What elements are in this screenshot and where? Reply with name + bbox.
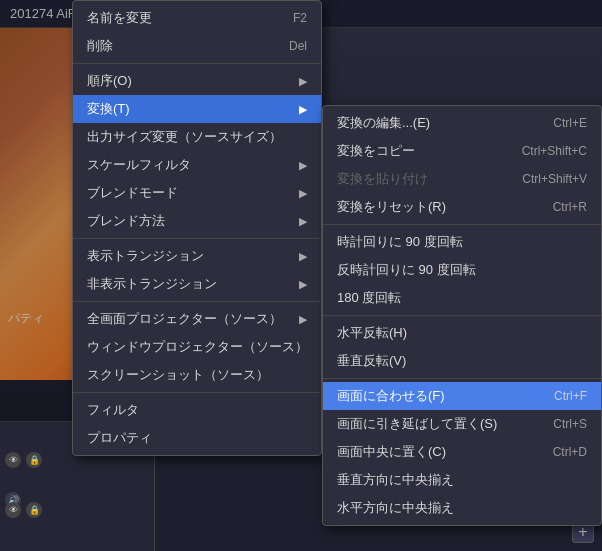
menu-item-rotate-ccw90[interactable]: 反時計回りに 90 度回転	[323, 256, 601, 284]
menu-item-scale-filter[interactable]: スケールフィルタ ▶	[73, 151, 321, 179]
menu-item-screenshot[interactable]: スクリーンショット（ソース）	[73, 361, 321, 389]
menu-item-reset-transform-label: 変換をリセット(R)	[337, 198, 446, 216]
menu-item-delete-label: 削除	[87, 37, 113, 55]
menu-item-transform-arrow: ▶	[299, 103, 307, 116]
menu-item-reset-transform[interactable]: 変換をリセット(R) Ctrl+R	[323, 193, 601, 221]
context-menu-level2: 変換の編集...(E) Ctrl+E 変換をコピー Ctrl+Shift+C 変…	[322, 105, 602, 526]
menu-item-center-horizontal-label: 水平方向に中央揃え	[337, 499, 454, 517]
menu-item-output-size[interactable]: 出力サイズ変更（ソースサイズ）	[73, 123, 321, 151]
menu-item-center-vertical-label: 垂直方向に中央揃え	[337, 471, 454, 489]
menu-item-rename-label: 名前を変更	[87, 9, 152, 27]
menu-item-stretch-to-screen-label: 画面に引き延ばして置く(S)	[337, 415, 497, 433]
menu-item-scale-filter-arrow: ▶	[299, 159, 307, 172]
menu-item-paste-transform: 変換を貼り付け Ctrl+Shift+V	[323, 165, 601, 193]
menu-item-edit-transform-label: 変換の編集...(E)	[337, 114, 430, 132]
menu-item-rotate-cw90[interactable]: 時計回りに 90 度回転	[323, 228, 601, 256]
menu-item-blend-mode[interactable]: ブレンドモード ▶	[73, 179, 321, 207]
separator-l2-2	[323, 315, 601, 316]
menu-item-fit-to-screen-label: 画面に合わせる(F)	[337, 387, 445, 405]
track1-lock-icon[interactable]: 🔒	[26, 452, 42, 468]
context-menu-level1: 名前を変更 F2 削除 Del 順序(O) ▶ 変換(T) ▶ 出力サイズ変更（…	[72, 0, 322, 456]
menu-item-transform[interactable]: 変換(T) ▶	[73, 95, 321, 123]
menu-item-delete-shortcut: Del	[289, 39, 307, 53]
menu-item-transform-label: 変換(T)	[87, 100, 130, 118]
menu-item-window-projector-label: ウィンドウプロジェクター（ソース）	[87, 338, 308, 356]
menu-item-blend-mode-arrow: ▶	[299, 187, 307, 200]
menu-item-center-vertical[interactable]: 垂直方向に中央揃え	[323, 466, 601, 494]
menu-item-properties[interactable]: プロパティ	[73, 424, 321, 452]
menu-item-edit-transform[interactable]: 変換の編集...(E) Ctrl+E	[323, 109, 601, 137]
menu-item-flip-h[interactable]: 水平反転(H)	[323, 319, 601, 347]
separator-l2-1	[323, 224, 601, 225]
menu-item-blend-method-label: ブレンド方法	[87, 212, 165, 230]
track2-lock-icon[interactable]: 🔒	[26, 502, 42, 518]
menu-item-rotate-ccw90-label: 反時計回りに 90 度回転	[337, 261, 476, 279]
menu-item-paste-transform-shortcut: Ctrl+Shift+V	[522, 172, 587, 186]
menu-item-center-on-screen-label: 画面中央に置く(C)	[337, 443, 446, 461]
app-title: 201274 AiR	[10, 6, 77, 21]
menu-item-stretch-to-screen-shortcut: Ctrl+S	[553, 417, 587, 431]
menu-item-fullscreen-label: 全画面プロジェクター（ソース）	[87, 310, 282, 328]
separator-2	[73, 238, 321, 239]
menu-item-flip-v-label: 垂直反転(V)	[337, 352, 406, 370]
menu-item-scale-filter-label: スケールフィルタ	[87, 156, 191, 174]
menu-item-order[interactable]: 順序(O) ▶	[73, 67, 321, 95]
menu-item-show-transition-label: 表示トランジション	[87, 247, 204, 265]
menu-item-filter[interactable]: フィルタ	[73, 396, 321, 424]
menu-item-blend-method-arrow: ▶	[299, 215, 307, 228]
menu-item-fullscreen-arrow: ▶	[299, 313, 307, 326]
separator-1	[73, 63, 321, 64]
menu-item-rotate-180[interactable]: 180 度回転	[323, 284, 601, 312]
menu-item-rotate-180-label: 180 度回転	[337, 289, 401, 307]
menu-item-order-arrow: ▶	[299, 75, 307, 88]
menu-item-fullscreen[interactable]: 全画面プロジェクター（ソース） ▶	[73, 305, 321, 333]
menu-item-delete[interactable]: 削除 Del	[73, 32, 321, 60]
menu-item-paste-transform-label: 変換を貼り付け	[337, 170, 428, 188]
menu-item-order-label: 順序(O)	[87, 72, 132, 90]
menu-item-hide-transition[interactable]: 非表示トランジション ▶	[73, 270, 321, 298]
menu-item-center-on-screen-shortcut: Ctrl+D	[553, 445, 587, 459]
menu-item-copy-transform[interactable]: 変換をコピー Ctrl+Shift+C	[323, 137, 601, 165]
menu-item-copy-transform-label: 変換をコピー	[337, 142, 415, 160]
properties-panel-label: パティ	[8, 310, 44, 327]
menu-item-copy-transform-shortcut: Ctrl+Shift+C	[522, 144, 587, 158]
menu-item-stretch-to-screen[interactable]: 画面に引き延ばして置く(S) Ctrl+S	[323, 410, 601, 438]
menu-item-edit-transform-shortcut: Ctrl+E	[553, 116, 587, 130]
menu-item-flip-v[interactable]: 垂直反転(V)	[323, 347, 601, 375]
menu-item-fit-to-screen[interactable]: 画面に合わせる(F) Ctrl+F	[323, 382, 601, 410]
menu-item-window-projector[interactable]: ウィンドウプロジェクター（ソース）	[73, 333, 321, 361]
separator-3	[73, 301, 321, 302]
menu-item-fit-to-screen-shortcut: Ctrl+F	[554, 389, 587, 403]
menu-item-show-transition-arrow: ▶	[299, 250, 307, 263]
menu-item-rename-shortcut: F2	[293, 11, 307, 25]
menu-item-filter-label: フィルタ	[87, 401, 139, 419]
menu-item-hide-transition-arrow: ▶	[299, 278, 307, 291]
menu-item-blend-method[interactable]: ブレンド方法 ▶	[73, 207, 321, 235]
menu-item-blend-mode-label: ブレンドモード	[87, 184, 178, 202]
separator-4	[73, 392, 321, 393]
track2-eye-icon[interactable]: 👁	[5, 502, 21, 518]
menu-item-screenshot-label: スクリーンショット（ソース）	[87, 366, 269, 384]
menu-item-rotate-cw90-label: 時計回りに 90 度回転	[337, 233, 463, 251]
separator-l2-3	[323, 378, 601, 379]
menu-item-flip-h-label: 水平反転(H)	[337, 324, 407, 342]
menu-item-center-horizontal[interactable]: 水平方向に中央揃え	[323, 494, 601, 522]
menu-item-properties-label: プロパティ	[87, 429, 152, 447]
menu-item-reset-transform-shortcut: Ctrl+R	[553, 200, 587, 214]
track1-eye-icon[interactable]: 👁	[5, 452, 21, 468]
menu-item-rename[interactable]: 名前を変更 F2	[73, 4, 321, 32]
menu-item-output-size-label: 出力サイズ変更（ソースサイズ）	[87, 128, 282, 146]
menu-item-show-transition[interactable]: 表示トランジション ▶	[73, 242, 321, 270]
menu-item-hide-transition-label: 非表示トランジション	[87, 275, 217, 293]
menu-item-center-on-screen[interactable]: 画面中央に置く(C) Ctrl+D	[323, 438, 601, 466]
